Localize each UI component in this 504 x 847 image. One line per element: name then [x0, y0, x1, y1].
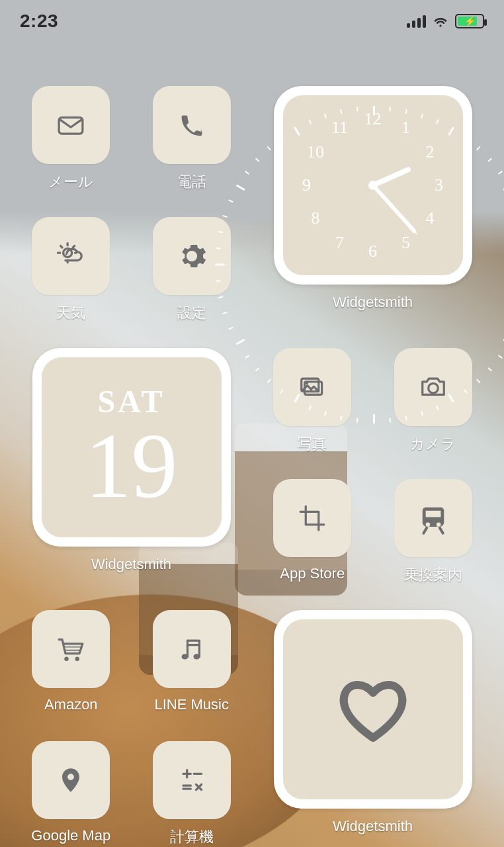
widget-label: Widgetsmith	[333, 294, 413, 311]
app-label: 電話	[177, 172, 206, 192]
mail-icon	[32, 86, 110, 164]
app-linemusic[interactable]: LINE Music	[145, 610, 239, 735]
music-icon	[153, 610, 231, 688]
battery-icon: ⚡	[455, 14, 484, 28]
app-label: カメラ	[410, 434, 456, 454]
app-phone[interactable]: 電話	[145, 86, 239, 210]
crop-icon	[273, 479, 351, 557]
photos-icon	[273, 348, 351, 426]
phone-icon	[153, 86, 231, 164]
app-amazon[interactable]: Amazon	[24, 610, 118, 735]
app-label: メール	[48, 172, 93, 192]
app-label: LINE Music	[155, 696, 229, 713]
date-day-number: 19	[85, 420, 178, 512]
widget-clock[interactable]: 123456789101112 Widgetsmith	[265, 86, 480, 341]
app-appstore[interactable]: App Store	[265, 479, 360, 603]
status-bar: 2:23 ⚡	[0, 0, 504, 42]
svg-point-7	[75, 656, 80, 661]
status-time: 2:23	[20, 11, 58, 32]
app-grid: メール 電話 123456789101112 Widgetsmith	[0, 86, 504, 847]
cart-icon	[32, 610, 110, 688]
train-icon	[394, 479, 472, 557]
svg-point-4	[306, 381, 309, 384]
date-display: SAT 19	[85, 383, 178, 512]
widget-label: Widgetsmith	[91, 556, 171, 573]
heart-icon	[333, 673, 413, 746]
weather-icon	[32, 217, 110, 295]
app-label: 計算機	[170, 827, 214, 847]
cell-signal-icon	[407, 15, 426, 28]
svg-point-5	[428, 383, 438, 393]
app-googlemap[interactable]: Google Map	[24, 741, 118, 847]
svg-point-8	[181, 654, 188, 659]
app-camera[interactable]: カメラ	[386, 348, 481, 472]
wifi-icon	[433, 15, 448, 28]
app-label: App Store	[280, 565, 345, 582]
app-label: 設定	[177, 303, 206, 323]
gear-icon	[153, 217, 231, 295]
status-indicators: ⚡	[407, 14, 484, 28]
app-label: Amazon	[44, 696, 98, 713]
svg-rect-0	[59, 118, 83, 134]
app-transit[interactable]: 乗換案内	[386, 479, 481, 603]
app-settings[interactable]: 設定	[145, 217, 239, 341]
app-weather[interactable]: 天気	[24, 217, 118, 341]
app-photos[interactable]: 写真	[265, 348, 360, 472]
app-label: 乗換案内	[404, 565, 462, 585]
svg-point-6	[65, 656, 69, 661]
widget-label: Widgetsmith	[333, 818, 413, 835]
analog-clock-face: 123456789101112	[290, 103, 456, 268]
app-label: 天気	[56, 303, 85, 323]
app-calculator[interactable]: 計算機	[145, 741, 239, 847]
charging-bolt-icon: ⚡	[464, 16, 476, 26]
camera-icon	[394, 348, 472, 426]
home-screen: 2:23 ⚡ メール 電話	[0, 0, 504, 847]
app-label: 写真	[298, 434, 327, 454]
widget-date[interactable]: SAT 19 Widgetsmith	[24, 348, 239, 603]
map-pin-icon	[32, 741, 110, 819]
calculator-icon	[153, 741, 231, 819]
app-label: Google Map	[31, 827, 110, 844]
widget-heart[interactable]: Widgetsmith	[265, 610, 480, 847]
svg-point-9	[193, 654, 200, 659]
app-mail[interactable]: メール	[24, 86, 118, 210]
